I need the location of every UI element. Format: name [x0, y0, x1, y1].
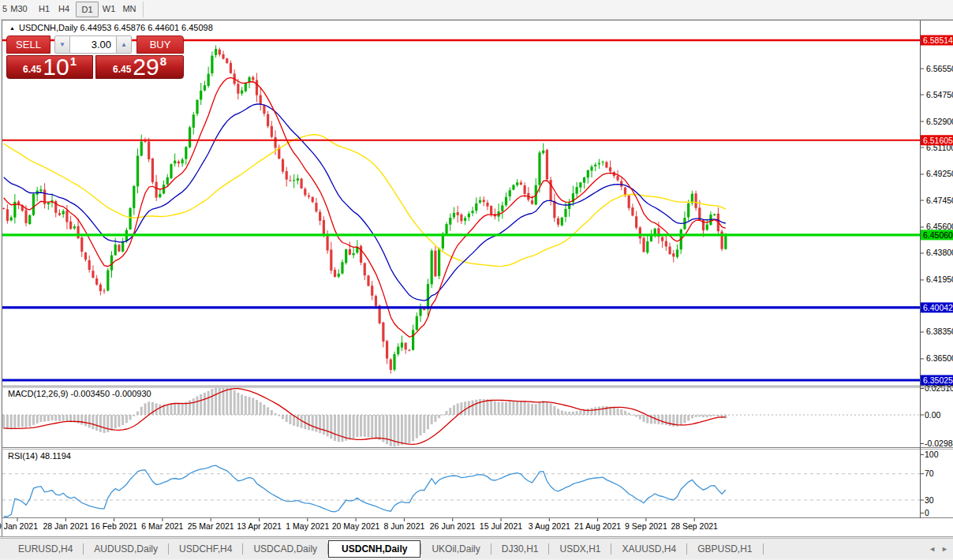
tab-usdcnh-daily[interactable]: USDCNH,Daily — [328, 540, 420, 558]
sell-button[interactable]: SELL — [6, 35, 50, 54]
tabs-scroll-right-icon[interactable]: ► — [941, 545, 948, 553]
buy-price-big: 29 — [133, 56, 159, 77]
timeframe-button-5[interactable]: 5 — [1, 3, 9, 15]
svg-text:6.56550: 6.56550 — [926, 64, 953, 73]
price-level-badge: 6.58514 — [921, 35, 953, 46]
svg-text:6.49250: 6.49250 — [926, 169, 953, 178]
svg-text:8 Jun 2021: 8 Jun 2021 — [383, 521, 424, 531]
svg-text:15 Jul 2021: 15 Jul 2021 — [480, 521, 522, 531]
sell-price-prefix: 6.45 — [23, 64, 41, 75]
sell-price-big: 10 — [43, 56, 69, 77]
svg-text:25 Mar 2021: 25 Mar 2021 — [188, 521, 234, 531]
buy-price-sup: 8 — [160, 54, 166, 68]
svg-text:1 May 2021: 1 May 2021 — [286, 521, 329, 531]
timeframe-button-w1[interactable]: W1 — [101, 3, 117, 15]
timeframe-toolbar: 5M30H1H4D1W1MN — [0, 0, 953, 20]
timeframe-button-h4[interactable]: H4 — [57, 3, 71, 15]
tabs-scroll-nav: ◄► — [923, 545, 948, 553]
svg-text:70: 70 — [925, 469, 934, 478]
svg-text:6.45060: 6.45060 — [923, 230, 953, 240]
svg-text:6.41950: 6.41950 — [926, 274, 953, 284]
volume-decrease-button[interactable]: ▼ — [54, 35, 70, 54]
tabs-scroll-left-icon[interactable]: ◄ — [929, 545, 936, 553]
svg-text:9 Jan 2021: 9 Jan 2021 — [0, 521, 38, 531]
svg-text:6 Mar 2021: 6 Mar 2021 — [141, 521, 183, 531]
buy-button[interactable]: BUY — [136, 35, 184, 54]
svg-text:13 Apr 2021: 13 Apr 2021 — [237, 521, 282, 531]
tab-gbpusd-h1[interactable]: GBPUSD,H1 — [687, 541, 762, 557]
buy-price-prefix: 6.45 — [113, 64, 131, 75]
svg-text:100: 100 — [925, 450, 939, 459]
tab-separator — [763, 543, 764, 554]
macd-indicator-label: MACD(12,26,9) -0.003450 -0.000930 — [8, 389, 151, 398]
timeframe-button-h1[interactable]: H1 — [37, 3, 51, 15]
symbol-tabs-bar: EURUSD,H4AUDUSD,DailyUSDCHF,H4USDCAD,Dai… — [0, 538, 953, 558]
one-click-trade-panel: SELL ▼ ▲ BUY 6.45 10 1 6.45 29 8 — [6, 35, 184, 79]
triangle-up-icon: ▲ — [121, 41, 127, 48]
tab-ukoil-daily[interactable]: UKOil,Daily — [421, 541, 490, 557]
svg-text:30: 30 — [925, 495, 934, 505]
timeframe-button-d1[interactable]: D1 — [76, 2, 99, 17]
price-level-badge: 6.40042 — [921, 302, 953, 312]
svg-text:0: 0 — [925, 508, 929, 517]
tab-eurusd-h4[interactable]: EURUSD,H4 — [8, 541, 83, 557]
svg-text:6.52900: 6.52900 — [926, 117, 953, 126]
price-level-badge: 6.45060 — [921, 230, 953, 240]
rsi-indicator-label: RSI(14) 48.1194 — [8, 451, 71, 461]
volume-increase-button[interactable]: ▲ — [116, 35, 132, 54]
buy-price-box[interactable]: 6.45 29 8 — [95, 55, 184, 79]
timeframe-button-mn[interactable]: MN — [121, 3, 138, 15]
svg-text:6.38350: 6.38350 — [926, 327, 953, 336]
tab-audusd-daily[interactable]: AUDUSD,Daily — [84, 541, 168, 557]
tab-usdx-h1[interactable]: USDX,H1 — [549, 541, 611, 557]
svg-text:20 May 2021: 20 May 2021 — [332, 521, 380, 531]
tab-dj30-h1[interactable]: DJ30,H1 — [491, 541, 549, 557]
svg-text:-0.029881: -0.029881 — [925, 439, 953, 448]
triangle-down-icon: ▼ — [59, 41, 65, 48]
tab-usdcad-daily[interactable]: USDCAD,Daily — [243, 541, 327, 557]
svg-text:6.36500: 6.36500 — [926, 353, 953, 363]
svg-text:6.47450: 6.47450 — [926, 196, 953, 205]
svg-text:21 Aug 2021: 21 Aug 2021 — [574, 521, 621, 531]
sell-price-sup: 1 — [70, 54, 77, 68]
svg-text:3 Aug 2021: 3 Aug 2021 — [529, 521, 570, 531]
chart-canvas: 6.565506.547506.529006.511006.492506.474… — [0, 0, 953, 560]
svg-text:6.43800: 6.43800 — [926, 248, 953, 257]
price-level-badge: 6.51605 — [921, 135, 953, 145]
svg-text:6.58514: 6.58514 — [923, 35, 953, 45]
svg-text:9 Sep 2021: 9 Sep 2021 — [625, 521, 667, 531]
svg-text:0.00: 0.00 — [925, 410, 941, 420]
svg-text:6.51605: 6.51605 — [923, 136, 953, 145]
tab-xauusd-h4[interactable]: XAUUSD,H4 — [611, 541, 686, 557]
svg-text:6.54750: 6.54750 — [926, 90, 953, 99]
timeframe-button-m30[interactable]: M30 — [10, 3, 28, 15]
svg-text:28 Sep 2021: 28 Sep 2021 — [671, 521, 718, 531]
sell-price-box[interactable]: 6.45 10 1 — [6, 55, 93, 79]
svg-text:26 Jun 2021: 26 Jun 2021 — [430, 521, 476, 531]
svg-text:6.40042: 6.40042 — [923, 303, 953, 312]
symbol-collapse-icon[interactable]: ▲ — [9, 25, 15, 31]
svg-text:16 Feb 2021: 16 Feb 2021 — [91, 521, 137, 531]
toolbar-separator — [143, 2, 144, 17]
tab-usdchf-h4[interactable]: USDCHF,H4 — [169, 541, 242, 557]
volume-input[interactable] — [70, 35, 116, 54]
svg-text:28 Jan 2021: 28 Jan 2021 — [43, 521, 88, 531]
chart-title: USDCNH,Daily 6.44953 6.45876 6.44601 6.4… — [19, 23, 213, 32]
